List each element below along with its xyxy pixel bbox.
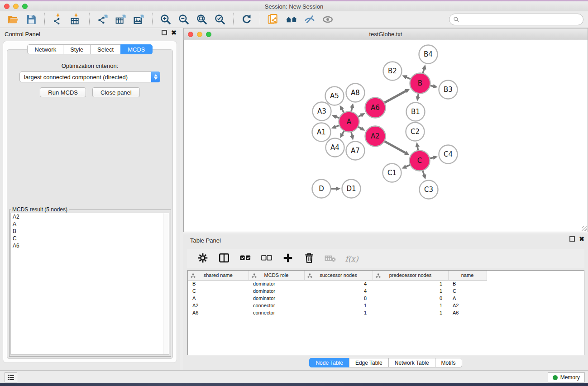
graph-node-C3[interactable]: C3 [420,181,438,199]
table-cell[interactable]: 1 [373,302,448,309]
graph-edge-C-C2[interactable] [417,147,418,151]
graph-node-B1[interactable]: B1 [406,103,425,121]
graph-edge-A-A1[interactable] [335,125,339,127]
import-network-button[interactable] [51,13,65,26]
graph-node-D1[interactable]: D1 [342,180,361,198]
graph-node-A6[interactable]: A6 [365,98,386,118]
table-cell[interactable]: A [188,295,249,302]
zoom-fit-button[interactable] [195,13,209,26]
tab-node-table[interactable]: Node Table [309,358,349,367]
task-history-button[interactable] [5,372,17,382]
column-header-predecessor-nodes[interactable]: predecessor nodes [373,271,448,280]
graph-node-A[interactable]: A [339,112,359,132]
graph-node-B4[interactable]: B4 [419,45,438,64]
table-cell[interactable]: 8 [304,295,373,302]
graph-edge-A-A6[interactable] [358,115,361,117]
table-cell[interactable]: 4 [304,287,373,295]
graph-node-A2[interactable]: A2 [365,126,386,147]
graph-edge-A2-C[interactable] [384,141,406,153]
graph-node-C4[interactable]: C4 [439,145,458,164]
result-list-item[interactable]: C [11,235,169,242]
zoom-selected-button[interactable] [213,13,227,26]
graph-edge-A6-B[interactable] [384,91,406,103]
resize-grip[interactable] [582,226,587,231]
table-cell[interactable]: 1 [373,280,448,287]
graph-node-A8[interactable]: A8 [346,84,365,102]
table-cell[interactable]: dominator [249,287,304,295]
graph-edge-C-C4[interactable] [430,157,434,158]
optimization-criterion-dropdown[interactable]: largest connected component (directed) [19,71,160,82]
table-cell[interactable]: A2 [188,302,249,309]
graph-edge-C-C3[interactable] [423,170,424,175]
checks-off-button[interactable] [260,252,273,266]
graph-edge-C-C1[interactable] [406,165,410,167]
table-cell[interactable]: A6 [188,309,249,316]
tab-motifs[interactable]: Motifs [435,358,462,367]
column-header-successor-nodes[interactable]: successor nodes [304,271,373,280]
graph-edge-A-A8[interactable] [351,107,352,112]
table-cell[interactable]: 0 [373,295,448,302]
home-button[interactable] [284,13,299,26]
graph-edge-A-A2[interactable] [358,127,362,129]
result-list-item[interactable]: B [11,228,169,235]
close-panel-icon[interactable]: ✖ [171,30,177,35]
table-cell[interactable]: B [448,280,487,287]
table-cell[interactable]: A6 [448,309,487,316]
graph-node-A5[interactable]: A5 [325,87,344,105]
table-cell[interactable]: C [188,287,249,295]
tab-style[interactable]: Style [63,44,91,54]
graph-edge-B-B4[interactable] [423,69,424,74]
graph-node-A3[interactable]: A3 [313,102,331,121]
graph-edge-B-B3[interactable] [430,86,434,86]
table-cell[interactable]: connector [249,302,304,309]
float-panel-icon[interactable] [162,30,167,35]
table-cell[interactable]: B [188,280,249,287]
graph-node-C[interactable]: C [410,151,430,171]
table-float-panel-icon[interactable] [569,236,575,242]
tab-mcds[interactable]: MCDS [120,44,152,54]
table-cell[interactable]: A2 [448,302,487,309]
close-panel-button[interactable]: Close panel [92,87,140,97]
result-list-item[interactable]: A2 [11,213,169,220]
search-field[interactable] [449,14,583,25]
table-cell[interactable]: 1 [304,302,373,309]
table-cell[interactable]: dominator [249,280,304,287]
plus-button[interactable] [281,252,295,266]
table-cell[interactable]: A [448,295,487,302]
graph-node-B2[interactable]: B2 [383,62,402,81]
result-list-scrollbar[interactable] [163,213,169,354]
table-cell[interactable]: C [448,287,487,295]
graph-node-C1[interactable]: C1 [383,164,402,182]
table-cell[interactable]: 4 [304,280,373,287]
search-input[interactable] [462,15,583,24]
hide-details-button[interactable] [302,13,317,26]
table-close-panel-icon[interactable]: ✖ [579,236,584,242]
save-button[interactable] [24,13,38,26]
export-network-button[interactable] [96,13,110,26]
graph-node-A1[interactable]: A1 [312,123,331,142]
refresh-button[interactable] [239,13,254,26]
graph-edge-B-B1[interactable] [418,93,418,97]
tab-select[interactable]: Select [90,44,121,54]
table-cell[interactable]: 1 [304,309,373,316]
column-header-MCDS-role[interactable]: MCDS role [249,271,304,280]
graph-edge-A-A4[interactable] [342,131,344,134]
graph-node-B[interactable]: B [410,73,430,94]
columns-button[interactable] [217,252,231,266]
tab-network[interactable]: Network [27,44,63,54]
graph-node-B3[interactable]: B3 [439,81,458,99]
memory-button[interactable]: Memory [548,372,585,382]
tab-network-table[interactable]: Network Table [388,358,435,367]
table-cell[interactable]: 1 [373,287,448,295]
table-cell[interactable]: 1 [373,309,448,316]
table-cell[interactable]: connector [249,309,304,316]
graph-node-A4[interactable]: A4 [326,138,344,157]
graph-edge-A-A3[interactable] [336,117,339,118]
network-file-button[interactable] [266,13,281,26]
export-table-button[interactable] [114,13,128,26]
open-folder-button[interactable] [6,13,20,26]
graph-node-A7[interactable]: A7 [346,142,365,160]
graph-node-D[interactable]: D [312,180,331,198]
checks-on-button[interactable] [239,252,252,266]
show-details-button[interactable] [320,13,335,26]
